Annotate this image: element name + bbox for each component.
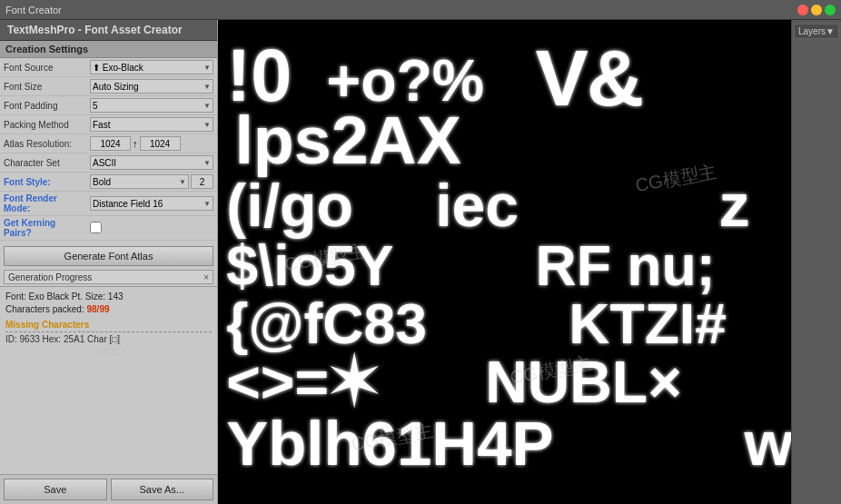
font-render-mode-field[interactable]: Distance Field 16 ▼ <box>86 192 217 216</box>
font-padding-value: 5 <box>93 101 98 111</box>
svg-text:RF nu;: RF nu; <box>536 233 716 297</box>
font-padding-arrow: ▼ <box>203 102 211 110</box>
font-source-arrow: ▼ <box>203 64 211 72</box>
maximize-button[interactable] <box>825 5 836 15</box>
layers-dropdown[interactable]: Layers ▼ <box>794 24 839 39</box>
divider <box>5 331 212 332</box>
window-bar: Font Creator <box>0 0 841 20</box>
kerning-pairs-label: Get Kerning Pairs? <box>0 216 86 241</box>
left-panel: TextMeshPro - Font Asset Creator Creatio… <box>0 20 218 504</box>
character-set-label: Character Set <box>0 153 86 173</box>
packing-method-field[interactable]: Fast ▼ <box>86 115 217 134</box>
char-detail: ID: 9633 Hex: 25A1 Char [□] <box>5 334 212 344</box>
svg-text:<>=✶: <>=✶ <box>226 350 380 415</box>
font-render-mode-row: Font Render Mode: Distance Field 16 ▼ <box>0 192 217 216</box>
svg-text:(i/go: (i/go <box>226 172 353 239</box>
kerning-pairs-row: Get Kerning Pairs? <box>0 216 217 241</box>
atlas-width-input[interactable] <box>90 136 131 151</box>
svg-text:V&: V& <box>536 34 643 123</box>
info-section: Font: Exo Black Pt. Size: 143 Characters… <box>0 286 217 363</box>
font-source-label: Font Source <box>0 58 86 77</box>
window-tab: Font Creator <box>5 5 62 15</box>
kerning-pairs-checkbox[interactable] <box>90 222 102 233</box>
packing-method-row: Packing Method Fast ▼ <box>0 115 217 134</box>
settings-table: Font Source ⬆ Exo-Black ▼ Font Size Auto… <box>0 58 217 241</box>
progress-label: Generation Progress <box>8 272 92 282</box>
font-render-mode-arrow: ▼ <box>203 200 211 208</box>
save-as-button[interactable]: Save As... <box>111 479 214 500</box>
panel-title: TextMeshPro - Font Asset Creator <box>0 20 217 41</box>
font-style-row: Font Style: Bold ▼ <box>0 173 217 192</box>
layers-arrow: ▼ <box>826 26 835 36</box>
progress-close-button[interactable]: × <box>203 272 209 282</box>
svg-text:w: w <box>743 409 791 479</box>
font-style-value: Bold <box>93 177 111 187</box>
svg-text:lps2AX: lps2AX <box>234 103 460 178</box>
packing-method-label: Packing Method <box>0 115 86 134</box>
atlas-resolution-separator: ↑ <box>133 138 138 149</box>
packing-method-arrow: ▼ <box>203 121 211 129</box>
svg-text:z: z <box>719 172 749 239</box>
chars-packed-value: 98/99 <box>87 304 110 314</box>
character-set-field[interactable]: ASCII ▼ <box>86 153 217 173</box>
window-controls <box>797 5 836 15</box>
svg-text:iec: iec <box>435 172 519 239</box>
font-size-field[interactable]: Auto Sizing ▼ <box>86 77 217 96</box>
far-right-panel: Layers ▼ <box>791 20 841 504</box>
atlas-resolution-field[interactable]: ↑ <box>86 134 217 153</box>
bottom-buttons: Save Save As... <box>0 474 217 504</box>
atlas-resolution-row: Atlas Resolution: ↑ <box>0 134 217 153</box>
layers-label: Layers <box>798 26 826 36</box>
font-source-row: Font Source ⬆ Exo-Black ▼ <box>0 58 217 77</box>
font-padding-label: Font Padding <box>0 96 86 115</box>
font-atlas-canvas: !0 +o?% V& lps2AX (i/go iec z $\io5Y RF … <box>218 20 791 504</box>
font-size-label: Font Size <box>0 77 86 96</box>
save-button[interactable]: Save <box>4 479 107 500</box>
minimize-button[interactable] <box>811 5 822 15</box>
watermark-left: CG模型主 <box>5 344 212 360</box>
font-info-line: Font: Exo Black Pt. Size: 143 <box>5 291 212 303</box>
font-size-row: Font Size Auto Sizing ▼ <box>0 77 217 96</box>
packing-method-value: Fast <box>93 120 110 130</box>
atlas-svg: !0 +o?% V& lps2AX (i/go iec z $\io5Y RF … <box>218 20 791 504</box>
generate-button[interactable]: Generate Font Atlas <box>4 246 213 266</box>
font-padding-row: Font Padding 5 ▼ <box>0 96 217 115</box>
atlas-resolution-label: Atlas Resolution: <box>0 134 86 153</box>
character-set-row: Character Set ASCII ▼ <box>0 153 217 173</box>
font-padding-field[interactable]: 5 ▼ <box>86 96 217 115</box>
progress-bar-container: Generation Progress × <box>4 270 213 284</box>
character-set-arrow: ▼ <box>203 159 211 167</box>
font-source-field[interactable]: ⬆ Exo-Black ▼ <box>86 58 217 77</box>
font-render-mode-value: Distance Field 16 <box>93 199 163 209</box>
kerning-pairs-field[interactable] <box>86 216 217 241</box>
svg-text:{@fC83: {@fC83 <box>226 292 427 355</box>
missing-chars-label: Missing Characters <box>5 320 212 330</box>
character-set-value: ASCII <box>93 158 116 168</box>
font-atlas-panel: !0 +o?% V& lps2AX (i/go iec z $\io5Y RF … <box>218 20 791 504</box>
font-size-arrow: ▼ <box>203 83 211 91</box>
font-size-value: Auto Sizing <box>93 82 139 92</box>
atlas-height-input[interactable] <box>140 136 181 151</box>
font-style-field[interactable]: Bold ▼ <box>86 173 217 192</box>
font-source-value: ⬆ Exo-Black <box>93 63 143 73</box>
font-style-number[interactable] <box>191 174 213 189</box>
creation-settings-header: Creation Settings <box>0 41 217 58</box>
close-button[interactable] <box>797 5 808 15</box>
font-render-mode-label: Font Render Mode: <box>0 192 86 216</box>
svg-text:KTZI#: KTZI# <box>569 292 727 355</box>
font-style-arrow: ▼ <box>179 178 186 186</box>
chars-packed-line: Characters packed: 98/99 <box>5 303 212 316</box>
font-style-label: Font Style: <box>0 173 86 192</box>
